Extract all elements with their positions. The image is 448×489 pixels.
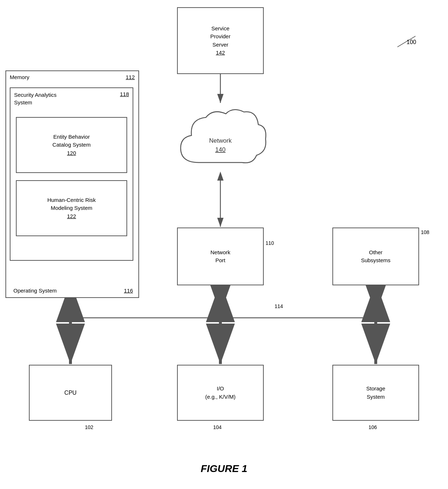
cpu-label: CPU — [64, 390, 77, 396]
ref-106: 106 — [369, 424, 377, 430]
figure-label: FIGURE 1 — [201, 463, 247, 475]
storage-box: StorageSystem — [332, 365, 419, 421]
ref-110: 110 — [266, 240, 274, 246]
os-num: 116 — [124, 287, 133, 294]
diagram: Network 140 Memory 112 Security Analytic… — [0, 0, 448, 489]
service-provider-label: ServiceProviderServer142 — [210, 25, 231, 57]
ref-100: 100 — [406, 39, 416, 46]
other-subsystems-box: OtherSubsystems — [332, 228, 419, 285]
io-label: I/O(e.g., K/V/M) — [205, 385, 236, 401]
io-box: I/O(e.g., K/V/M) — [177, 365, 264, 421]
memory-num: 112 — [126, 74, 135, 80]
svg-text:Network: Network — [209, 137, 232, 144]
network-port-label: NetworkPort — [210, 248, 230, 265]
storage-label: StorageSystem — [366, 385, 385, 401]
security-analytics-num: 118 — [120, 91, 129, 97]
human-centric-label: Human-Centric RiskModeling System122 — [47, 196, 96, 221]
os-label: Operating System — [13, 287, 57, 294]
network-port-box: NetworkPort — [177, 228, 264, 285]
memory-box: Memory 112 Security AnalyticsSystem 118 … — [5, 70, 139, 298]
ref-108: 108 — [421, 229, 429, 235]
other-subsystems-label: OtherSubsystems — [361, 248, 391, 265]
service-provider-box: ServiceProviderServer142 — [177, 7, 264, 74]
memory-label: Memory — [10, 74, 29, 80]
cpu-box: CPU — [29, 365, 112, 421]
entity-behavior-label: Entity BehaviorCatalog System120 — [52, 133, 91, 157]
ref-104: 104 — [213, 424, 221, 430]
ref-102: 102 — [85, 424, 93, 430]
security-analytics-label: Security AnalyticsSystem — [14, 91, 57, 106]
ref-114: 114 — [275, 303, 283, 309]
network-cloud: Network 140 — [170, 101, 271, 181]
svg-text:140: 140 — [215, 146, 225, 153]
